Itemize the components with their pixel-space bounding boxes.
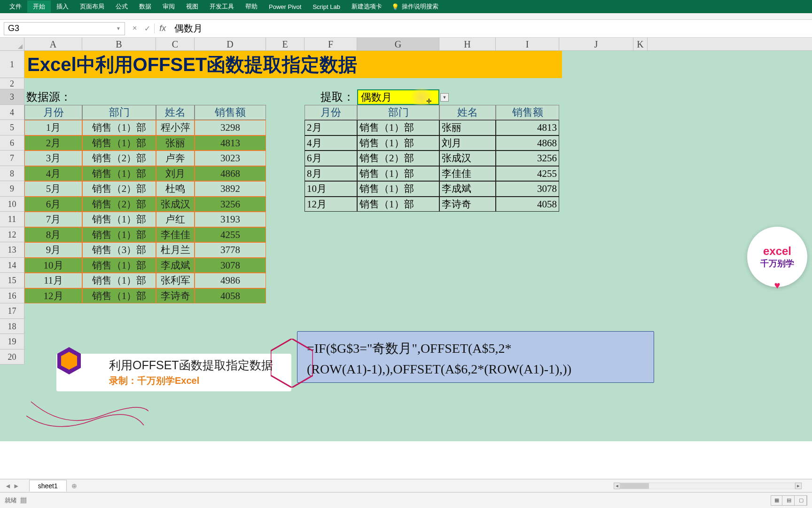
src-cell[interactable]: 李成斌 (156, 258, 195, 273)
src-cell[interactable]: 4月 (24, 166, 82, 182)
src-cell[interactable]: 3778 (195, 242, 266, 258)
tab-help[interactable]: 帮助 (240, 0, 263, 13)
res-cell[interactable]: 张丽 (439, 120, 496, 135)
src-cell[interactable]: 4986 (195, 273, 266, 288)
sheet-tab-sheet1[interactable]: sheet1 (29, 480, 67, 492)
col-header-D[interactable]: D (195, 38, 266, 50)
add-sheet-button[interactable]: ⊕ (67, 480, 82, 492)
col-header-J[interactable]: J (559, 38, 633, 50)
worksheet-grid[interactable]: A B C D E F G H I J K 1Excel中利用OFFSET函数提… (0, 38, 812, 441)
res-cell[interactable]: 李佳佳 (439, 166, 496, 182)
row-header-6[interactable]: 6 (0, 135, 24, 151)
row-header-5[interactable]: 5 (0, 120, 24, 135)
res-cell[interactable]: 李诗奇 (439, 197, 496, 212)
src-cell[interactable]: 3193 (195, 212, 266, 227)
macro-record-icon[interactable]: ▦ (20, 497, 26, 504)
res-cell[interactable]: 销售（1）部 (357, 197, 439, 212)
src-cell[interactable]: 销售（2）部 (82, 197, 156, 212)
col-header-B[interactable]: B (82, 38, 156, 50)
col-header-I[interactable]: I (496, 38, 559, 50)
src-cell[interactable]: 销售（2）部 (82, 151, 156, 166)
src-cell[interactable]: 3月 (24, 151, 82, 166)
cancel-icon[interactable]: × (133, 24, 137, 33)
row-header-10[interactable]: 10 (0, 197, 24, 212)
tab-data[interactable]: 数据 (133, 0, 157, 13)
src-cell[interactable]: 7月 (24, 212, 82, 227)
src-cell[interactable]: 12月 (24, 288, 82, 304)
res-cell[interactable]: 10月 (304, 181, 357, 197)
src-cell[interactable]: 程小萍 (156, 120, 195, 135)
src-cell[interactable]: 4255 (195, 227, 266, 243)
src-cell[interactable]: 销售（3）部 (82, 242, 156, 258)
res-cell[interactable]: 刘月 (439, 135, 496, 151)
row-header-7[interactable]: 7 (0, 151, 24, 166)
tab-home[interactable]: 开始 (27, 0, 51, 13)
res-cell[interactable]: 销售（1）部 (357, 135, 439, 151)
src-cell[interactable]: 张成汉 (156, 197, 195, 212)
res-cell[interactable]: 4813 (496, 120, 559, 135)
src-cell[interactable]: 销售（1）部 (82, 212, 156, 227)
src-cell[interactable]: 3298 (195, 120, 266, 135)
res-cell[interactable]: 12月 (304, 197, 357, 212)
col-header-F[interactable]: F (304, 38, 357, 50)
tab-file[interactable]: 文件 (4, 0, 27, 13)
dropdown-arrow-icon[interactable]: ▼ (440, 93, 449, 102)
formula-input[interactable]: 偶数月 (171, 22, 812, 35)
res-cell[interactable]: 李成斌 (439, 181, 496, 197)
col-header-A[interactable]: A (24, 38, 82, 50)
src-cell[interactable]: 刘月 (156, 166, 195, 182)
src-cell[interactable]: 3256 (195, 197, 266, 212)
confirm-icon[interactable]: ✓ (144, 24, 150, 33)
src-cell[interactable]: 杜月兰 (156, 242, 195, 258)
src-cell[interactable]: 销售（2）部 (82, 181, 156, 197)
src-cell[interactable]: 销售（1）部 (82, 288, 156, 304)
row-header-3[interactable]: 3 (0, 89, 24, 105)
src-cell[interactable]: 李诗奇 (156, 288, 195, 304)
tab-script-lab[interactable]: Script Lab (307, 1, 346, 12)
tab-page-layout[interactable]: 页面布局 (74, 0, 110, 13)
src-cell[interactable]: 6月 (24, 197, 82, 212)
res-cell[interactable]: 6月 (304, 151, 357, 166)
res-cell[interactable]: 8月 (304, 166, 357, 182)
res-cell[interactable]: 4868 (496, 135, 559, 151)
tab-power-pivot[interactable]: Power Pivot (263, 1, 307, 12)
row-header-16[interactable]: 16 (0, 288, 24, 304)
fx-icon[interactable]: fx (154, 24, 171, 33)
tab-formulas[interactable]: 公式 (110, 0, 133, 13)
src-cell[interactable]: 销售（1）部 (82, 166, 156, 182)
view-mode-buttons[interactable]: ▦▤▢ (771, 495, 807, 506)
res-cell[interactable]: 销售（1）部 (357, 166, 439, 182)
src-cell[interactable]: 4058 (195, 288, 266, 304)
src-cell[interactable]: 4868 (195, 166, 266, 182)
scroll-left-icon[interactable]: ◄ (614, 483, 620, 489)
col-header-G[interactable]: G (357, 38, 439, 50)
src-cell[interactable]: 销售（1）部 (82, 120, 156, 135)
src-cell[interactable]: 9月 (24, 242, 82, 258)
row-header-13[interactable]: 13 (0, 242, 24, 258)
tab-new-tab[interactable]: 新建选项卡 (346, 0, 388, 13)
src-cell[interactable]: 杜鸣 (156, 181, 195, 197)
row-header-2[interactable]: 2 (0, 78, 24, 89)
src-cell[interactable]: 销售（1）部 (82, 258, 156, 273)
src-cell[interactable]: 10月 (24, 258, 82, 273)
select-all-corner[interactable] (0, 38, 24, 50)
row-header-8[interactable]: 8 (0, 166, 24, 182)
extract-dropdown-cell[interactable]: 偶数月✛▼ (357, 89, 439, 105)
res-cell[interactable]: 张成汉 (439, 151, 496, 166)
row-header-14[interactable]: 14 (0, 258, 24, 273)
src-cell[interactable]: 3892 (195, 181, 266, 197)
res-cell[interactable]: 2月 (304, 120, 357, 135)
horizontal-scrollbar[interactable]: ◄ ► (614, 482, 802, 490)
src-cell[interactable]: 李佳佳 (156, 227, 195, 243)
src-cell[interactable]: 卢红 (156, 212, 195, 227)
src-cell[interactable]: 卢奔 (156, 151, 195, 166)
src-cell[interactable]: 5月 (24, 181, 82, 197)
res-cell[interactable]: 销售（1）部 (357, 181, 439, 197)
res-cell[interactable]: 3256 (496, 151, 559, 166)
res-cell[interactable]: 4058 (496, 197, 559, 212)
tell-me-search[interactable]: 💡操作说明搜索 (391, 2, 438, 11)
col-header-K[interactable]: K (633, 38, 648, 50)
res-cell[interactable]: 销售（1）部 (357, 120, 439, 135)
src-cell[interactable]: 4813 (195, 135, 266, 151)
col-header-C[interactable]: C (156, 38, 195, 50)
